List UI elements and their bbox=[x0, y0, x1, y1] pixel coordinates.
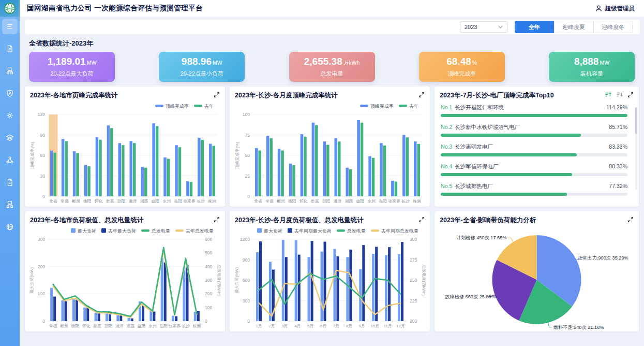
expand-icon[interactable] bbox=[214, 215, 220, 225]
bar-line-chart: 最大负荷去年同期最大负荷总发电量去年同期总发电量0300600900120020… bbox=[234, 226, 426, 329]
bar bbox=[96, 137, 99, 196]
bar bbox=[164, 263, 167, 321]
legend-item[interactable]: 去年 bbox=[194, 104, 214, 109]
svg-text:益阳: 益阳 bbox=[356, 199, 365, 204]
sort-descending-icon[interactable] bbox=[616, 91, 623, 100]
progress-track bbox=[441, 134, 627, 137]
legend-item[interactable]: 顶峰完成率 bbox=[155, 104, 189, 109]
svg-text:湘西: 湘西 bbox=[126, 324, 134, 328]
tab-winter-peak[interactable]: 迎峰度冬 bbox=[593, 21, 633, 33]
company-logo bbox=[0, 0, 20, 17]
bar bbox=[295, 240, 297, 321]
svg-text:总发电量(万kWh): 总发电量(万kWh) bbox=[217, 264, 221, 296]
grouped-bar-chart: 顶峰完成率去年0255075100顶峰完成率(%)全省常德郴州衡阳怀化娄底邵阳湘… bbox=[234, 101, 426, 205]
bar bbox=[163, 157, 167, 196]
expand-icon[interactable] bbox=[627, 215, 634, 225]
svg-text:长沙: 长沙 bbox=[197, 199, 205, 204]
progress-track bbox=[441, 114, 627, 117]
kpi-value: 8,888 bbox=[574, 56, 599, 67]
sidebar-nav bbox=[0, 17, 20, 346]
period-tab-group: 全年 迎峰度夏 迎峰度冬 bbox=[515, 21, 633, 33]
bar bbox=[53, 297, 56, 321]
legend-marker bbox=[141, 229, 149, 232]
bar bbox=[130, 141, 133, 196]
legend-marker bbox=[101, 228, 106, 233]
expand-icon[interactable] bbox=[214, 91, 220, 100]
tab-summer-peak[interactable]: 迎峰度夏 bbox=[554, 21, 593, 33]
svg-text:0: 0 bbox=[42, 319, 45, 324]
svg-text:2月: 2月 bbox=[268, 324, 275, 328]
city-load-generation-chart: 最大负荷去年最大负荷总发电量去年总发电量01002003000100200300… bbox=[29, 226, 221, 329]
svg-text:5月: 5月 bbox=[307, 324, 313, 328]
user-name: 超级管理员 bbox=[605, 5, 635, 12]
bar bbox=[142, 304, 144, 321]
svg-text:永州: 永州 bbox=[163, 199, 171, 204]
completion-percent: 114.29% bbox=[606, 104, 627, 111]
city-peak-rate-chart: 顶峰完成率去年0306090120顶峰完成率(%)全省常德郴州衡阳怀化娄底邵阳湘… bbox=[29, 101, 221, 205]
sidebar-item-gear[interactable] bbox=[2, 108, 18, 123]
sidebar-item-layers[interactable] bbox=[2, 130, 18, 146]
bar bbox=[398, 254, 400, 321]
legend-item[interactable]: 总发电量 bbox=[337, 228, 366, 234]
section-title: 全省数据统计-2023年 bbox=[29, 39, 640, 48]
svg-text:湘潭: 湘潭 bbox=[115, 324, 124, 328]
svg-text:9月: 9月 bbox=[359, 324, 365, 328]
legend-item[interactable]: 去年 bbox=[399, 104, 418, 109]
svg-text:株洲: 株洲 bbox=[207, 199, 216, 204]
expand-icon[interactable] bbox=[418, 91, 425, 100]
year-select-value: 2023 bbox=[465, 24, 477, 30]
svg-text:200: 200 bbox=[205, 291, 212, 296]
tab-full-year[interactable]: 全年 bbox=[515, 21, 554, 33]
ranking-row: No.2 长沙新中水铁炉坡沼气电厂 85.71% bbox=[441, 124, 627, 137]
sidebar-item-org-chart-2[interactable] bbox=[2, 197, 18, 212]
bar bbox=[372, 158, 375, 196]
svg-text:60: 60 bbox=[40, 153, 46, 158]
sidebar-item-org-chart[interactable] bbox=[2, 63, 18, 79]
kpi-label: 20-22点最小负荷 bbox=[181, 70, 223, 78]
bar bbox=[65, 141, 67, 196]
sidebar-item-document[interactable] bbox=[2, 41, 18, 56]
bar bbox=[323, 141, 326, 196]
expand-icon[interactable] bbox=[627, 91, 634, 100]
bar bbox=[107, 125, 110, 196]
bar bbox=[259, 241, 262, 321]
svg-text:顶峰完成率(%): 顶峰完成率(%) bbox=[235, 141, 239, 169]
sidebar-item-menu[interactable] bbox=[2, 19, 18, 34]
kpi-unit: % bbox=[472, 60, 477, 66]
expand-icon[interactable] bbox=[418, 215, 425, 225]
legend-item[interactable]: 去年同期最大负荷 bbox=[288, 228, 332, 234]
completion-percent: 80.33% bbox=[609, 163, 627, 170]
legend-item[interactable]: 顶峰完成率 bbox=[360, 104, 394, 109]
sort-ascending-icon[interactable] bbox=[605, 91, 611, 100]
bar bbox=[95, 313, 97, 321]
svg-text:去年总发电量: 去年总发电量 bbox=[186, 228, 214, 234]
legend-item[interactable]: 去年总发电量 bbox=[175, 228, 214, 234]
sidebar-item-shield[interactable] bbox=[2, 85, 18, 101]
user-menu[interactable]: 超级管理员 bbox=[595, 5, 635, 12]
svg-text:湘西: 湘西 bbox=[345, 199, 353, 204]
gear-icon bbox=[6, 111, 14, 120]
svg-text:邵阳: 邵阳 bbox=[117, 199, 126, 204]
legend-item[interactable]: 去年最大负荷 bbox=[101, 228, 136, 234]
svg-text:株洲: 株洲 bbox=[412, 199, 421, 204]
bar bbox=[83, 308, 86, 321]
progress-fill bbox=[441, 134, 581, 137]
svg-text:郴州: 郴州 bbox=[60, 324, 68, 328]
svg-text:200: 200 bbox=[410, 319, 417, 324]
bar bbox=[109, 314, 111, 321]
legend-item[interactable]: 最大负荷 bbox=[257, 228, 282, 234]
bar bbox=[128, 318, 130, 321]
sidebar-item-document-2[interactable] bbox=[2, 175, 18, 190]
svg-text:10月: 10月 bbox=[371, 324, 379, 328]
legend-item[interactable]: 总发电量 bbox=[141, 228, 170, 234]
legend-item[interactable]: 最大负荷 bbox=[71, 228, 96, 234]
legend-marker bbox=[155, 105, 163, 107]
scrollbar-thumb[interactable] bbox=[635, 107, 637, 134]
year-select[interactable]: 2023 bbox=[460, 21, 507, 33]
legend-item[interactable]: 去年同期总发电量 bbox=[371, 228, 418, 234]
sidebar-item-share-nodes[interactable] bbox=[2, 152, 18, 168]
sidebar-item-globe[interactable] bbox=[2, 219, 18, 235]
svg-text:衡阳: 衡阳 bbox=[288, 199, 296, 204]
panel-title: 2023年-全省-影响带负荷能力分析 bbox=[440, 216, 536, 225]
scrollbar[interactable] bbox=[635, 107, 637, 190]
